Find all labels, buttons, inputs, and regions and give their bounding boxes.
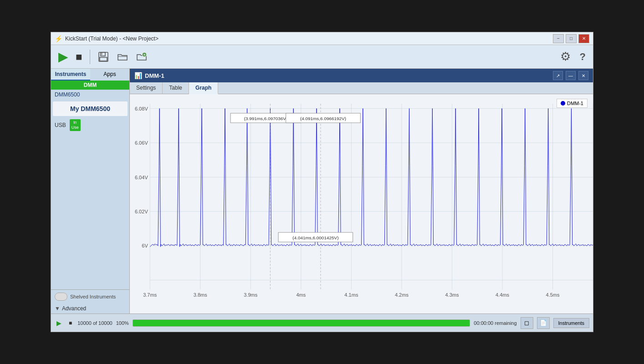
device-name-display: My DMM6500 — [53, 101, 128, 116]
play-button[interactable]: ▶ — [56, 47, 70, 66]
svg-text:6.08V: 6.08V — [135, 106, 148, 111]
app-icon: ⚡ — [55, 35, 62, 42]
window-title: KickStart (Trial Mode) - <New Project> — [65, 35, 158, 42]
svg-rect-3 — [101, 53, 102, 55]
svg-text:6.04V: 6.04V — [135, 175, 148, 180]
progress-count: 10000 of 10000 — [77, 320, 112, 326]
instrument-actions: ↗ — ✕ — [553, 71, 588, 80]
capture-button[interactable]: ◻ — [521, 317, 533, 329]
instrument-title: 📊 DMM-1 — [134, 72, 164, 79]
tab-table[interactable]: Table — [163, 82, 189, 94]
new-button[interactable]: + — [134, 49, 149, 65]
svg-text:(4.041ms,6.0001425V): (4.041ms,6.0001425V) — [292, 235, 338, 240]
graph-container[interactable]: 6.08V 6.06V 6.04V 6.02V 6V 3.7ms 3.8ms 3… — [130, 94, 593, 313]
in-use-badge: In Use — [70, 119, 81, 131]
toolbar-right: ⚙ ? — [558, 48, 588, 66]
sidebar-tabs: Instruments Apps — [51, 69, 129, 81]
advanced-label: Advanced — [62, 305, 86, 312]
instrument-title-text: DMM-1 — [145, 72, 164, 79]
advanced-row[interactable]: ▼ Advanced — [51, 303, 129, 313]
svg-text:4.1ms: 4.1ms — [344, 293, 358, 298]
progress-bar-container — [133, 319, 470, 327]
progress-percent: 100% — [116, 320, 129, 326]
toolbar: ▶ ■ + ⚙ ? — [51, 45, 593, 69]
svg-text:4.4ms: 4.4ms — [496, 293, 509, 298]
svg-text:6V: 6V — [142, 243, 148, 249]
svg-rect-2 — [100, 57, 107, 61]
help-button[interactable]: ? — [578, 48, 588, 66]
svg-text:3.8ms: 3.8ms — [194, 293, 207, 298]
stop-small-button[interactable]: ■ — [67, 318, 74, 328]
title-bar-left: ⚡ KickStart (Trial Mode) - <New Project> — [55, 35, 158, 42]
graph-svg: 6.08V 6.06V 6.04V 6.02V 6V 3.7ms 3.8ms 3… — [130, 94, 593, 313]
dmm-section-header: DMM — [51, 81, 129, 90]
svg-text:3.9ms: 3.9ms — [244, 293, 257, 298]
tab-graph[interactable]: Graph — [189, 82, 218, 94]
progress-bar-fill — [133, 320, 470, 326]
legend-dot — [561, 101, 565, 106]
toolbar-separator-1 — [90, 50, 90, 64]
open-button[interactable] — [115, 49, 130, 65]
undock-button[interactable]: ↗ — [553, 71, 563, 80]
instruments-panel-button[interactable]: Instruments — [553, 318, 589, 328]
svg-text:6.06V: 6.06V — [135, 140, 148, 146]
svg-text:+: + — [143, 53, 145, 57]
svg-rect-7 — [130, 94, 593, 313]
svg-text:3.7ms: 3.7ms — [143, 293, 157, 298]
shelved-instruments-row: Shelved Instruments — [51, 290, 129, 303]
maximize-button[interactable]: □ — [566, 34, 577, 43]
device-connection-row: USB In Use — [51, 118, 129, 132]
bottom-bar: ▶ ■ 10000 of 10000 100% 00:00:00 remaini… — [51, 313, 593, 332]
instrument-header: 📊 DMM-1 ↗ — ✕ — [130, 69, 593, 82]
minimize-inst-button[interactable]: — — [566, 71, 576, 80]
close-inst-button[interactable]: ✕ — [578, 71, 588, 80]
sidebar-bottom: Shelved Instruments ▼ Advanced — [51, 289, 129, 313]
shelved-label: Shelved Instruments — [70, 294, 116, 299]
main-area: Instruments Apps DMM DMM6500 My DMM6500 … — [51, 69, 593, 313]
graph-legend: DMM-1 — [557, 99, 588, 108]
tab-settings[interactable]: Settings — [130, 82, 163, 94]
instrument-icon: 📊 — [134, 72, 142, 79]
svg-rect-0 — [99, 52, 108, 61]
svg-text:4.2ms: 4.2ms — [395, 293, 409, 298]
minimize-button[interactable]: − — [553, 34, 564, 43]
svg-text:4.5ms: 4.5ms — [546, 293, 560, 298]
advanced-chevron-icon: ▼ — [55, 305, 60, 312]
save-button[interactable] — [96, 49, 111, 65]
settings-button[interactable]: ⚙ — [558, 48, 572, 66]
progress-remaining: 00:00:00 remaining — [474, 320, 516, 326]
tab-instruments[interactable]: Instruments — [51, 69, 90, 81]
tab-apps[interactable]: Apps — [90, 69, 129, 81]
shelved-toggle[interactable] — [55, 293, 67, 301]
title-bar-buttons: − □ ✕ — [553, 34, 589, 43]
main-window: ⚡ KickStart (Trial Mode) - <New Project>… — [51, 32, 593, 332]
content-tabs: Settings Table Graph — [130, 82, 593, 94]
stop-button[interactable]: ■ — [74, 49, 84, 65]
device-model-item[interactable]: DMM6500 — [51, 90, 129, 100]
svg-text:(3.991ms,6.097036V): (3.991ms,6.097036V) — [244, 116, 288, 121]
sidebar: Instruments Apps DMM DMM6500 My DMM6500 … — [51, 69, 130, 313]
content-area: 📊 DMM-1 ↗ — ✕ Settings Table Graph — [130, 69, 593, 313]
svg-text:(4.091ms,6.0966192V): (4.091ms,6.0966192V) — [300, 116, 346, 121]
svg-text:4ms: 4ms — [296, 293, 306, 298]
title-bar: ⚡ KickStart (Trial Mode) - <New Project>… — [51, 32, 593, 45]
play-small-button[interactable]: ▶ — [55, 318, 63, 329]
timestamp-button[interactable]: 📄 — [537, 317, 550, 329]
close-button[interactable]: ✕ — [578, 34, 589, 43]
legend-label: DMM-1 — [567, 101, 583, 106]
connection-label: USB — [55, 122, 66, 128]
svg-text:4.3ms: 4.3ms — [445, 293, 459, 298]
svg-text:6.02V: 6.02V — [135, 209, 148, 214]
